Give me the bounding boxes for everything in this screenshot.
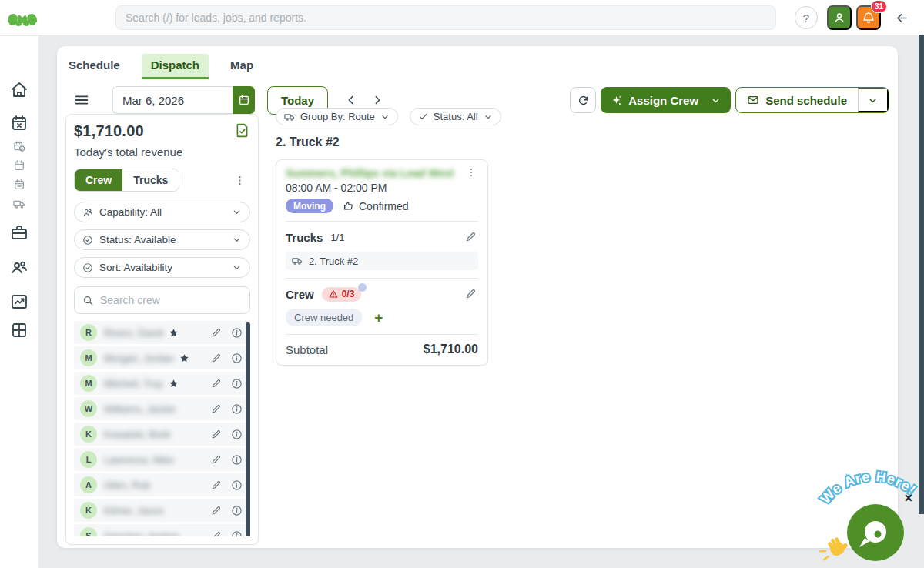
list-item[interactable]: W Williams, Jackie: [74, 397, 250, 420]
crew-count: 0/3: [342, 289, 355, 299]
help-button[interactable]: ?: [795, 6, 818, 29]
report-document-icon[interactable]: [234, 122, 250, 139]
add-crew-button[interactable]: +: [374, 310, 383, 325]
next-day-button[interactable]: [368, 91, 387, 109]
list-item[interactable]: M Mitchell, Troy: [74, 372, 250, 395]
edit-icon[interactable]: [209, 478, 223, 493]
crew-name: Morgan, Jordan: [104, 352, 174, 364]
assigned-truck-item[interactable]: 2. Truck #2: [286, 252, 478, 270]
trucks-section-label: Trucks: [286, 231, 323, 244]
status-all-label: Status: All: [434, 111, 478, 122]
account-button[interactable]: [827, 5, 852, 30]
check-icon: [418, 112, 428, 122]
group-by-filter[interactable]: Group By: Route: [276, 108, 398, 125]
avatar: K: [80, 502, 97, 519]
job-name-link[interactable]: Summers, Phillips via Lead West: [286, 167, 454, 179]
info-icon[interactable]: [229, 326, 244, 340]
crew-name: Lawrence, Mike: [104, 454, 174, 466]
list-item[interactable]: K Kilmer, Jason: [74, 499, 250, 522]
info-icon[interactable]: [229, 503, 244, 518]
edit-icon[interactable]: [209, 402, 223, 416]
calendar-picker-button[interactable]: [233, 86, 255, 114]
crew-search[interactable]: [74, 286, 250, 314]
prev-day-button[interactable]: [342, 91, 360, 109]
global-search-input[interactable]: [126, 12, 766, 24]
list-item[interactable]: K Kowalski, Brett: [74, 423, 250, 446]
crew-toggle-button[interactable]: Crew: [75, 169, 122, 191]
brand-logo-icon[interactable]: [6, 7, 38, 28]
status-filter[interactable]: Status: Available: [74, 229, 250, 250]
info-icon[interactable]: [229, 402, 244, 416]
calendar-minus-icon[interactable]: [13, 179, 25, 191]
subtotal-label: Subtotal: [286, 343, 328, 356]
edit-icon[interactable]: [463, 286, 478, 302]
notification-badge: 31: [871, 0, 887, 13]
edit-icon[interactable]: [209, 376, 223, 391]
send-schedule-more-button[interactable]: [858, 88, 889, 112]
tab-dispatch[interactable]: Dispatch: [142, 54, 209, 79]
trucks-toggle-button[interactable]: Trucks: [122, 169, 179, 191]
send-schedule-button[interactable]: Send schedule: [736, 88, 858, 112]
menu-hamburger-icon[interactable]: [73, 92, 90, 109]
list-scrollbar[interactable]: [246, 322, 250, 536]
sort-filter-label: Sort: Availability: [99, 262, 226, 273]
calendar-clock-icon[interactable]: [13, 140, 25, 152]
edit-icon[interactable]: [209, 529, 223, 537]
check-circle-icon: [82, 262, 93, 273]
date-field[interactable]: [112, 86, 233, 114]
chat-launcher-icon[interactable]: [847, 504, 904, 561]
list-item[interactable]: M Morgan, Jordan: [74, 346, 250, 369]
edit-icon[interactable]: [463, 229, 478, 245]
page-scrollbar[interactable]: [919, 35, 924, 514]
list-item[interactable]: S Sanchez, Andres: [74, 524, 250, 536]
chevron-down-icon: [868, 95, 878, 105]
info-icon[interactable]: [229, 478, 244, 493]
job-type-badge: Moving: [286, 199, 333, 213]
home-icon[interactable]: [10, 81, 28, 99]
status-all-filter[interactable]: Status: All: [410, 108, 501, 125]
chat-widget[interactable]: We Are Here!: [793, 460, 924, 568]
calendar-icon: [238, 94, 250, 106]
edit-icon[interactable]: [209, 326, 223, 340]
calendar-x-icon[interactable]: [10, 114, 28, 132]
panel-more-menu-icon[interactable]: [229, 173, 250, 188]
edit-icon[interactable]: [209, 351, 223, 366]
sort-filter[interactable]: Sort: Availability: [74, 257, 250, 278]
back-arrow-icon[interactable]: [895, 11, 909, 25]
star-icon: [169, 379, 179, 389]
info-icon[interactable]: [229, 453, 244, 467]
edit-icon[interactable]: [209, 453, 223, 467]
list-item[interactable]: R Rivers, David: [74, 321, 250, 344]
send-schedule-label: Send schedule: [765, 94, 847, 107]
list-item[interactable]: A Allen, Rob: [74, 473, 250, 496]
apps-grid-icon[interactable]: [10, 321, 28, 339]
sparkle-icon: [611, 95, 622, 106]
crew-search-input[interactable]: [100, 294, 242, 306]
edit-icon[interactable]: [209, 427, 223, 442]
info-icon[interactable]: [229, 376, 244, 391]
truck-icon[interactable]: [13, 198, 25, 210]
capability-filter[interactable]: Capability: All: [74, 202, 250, 222]
revenue-caption: Today's total revenue: [74, 145, 250, 159]
list-item[interactable]: L Lawrence, Mike: [74, 448, 250, 471]
reports-chart-icon[interactable]: [10, 292, 28, 311]
info-icon[interactable]: [229, 427, 244, 442]
job-card[interactable]: Summers, Phillips via Lead West 08:00 AM…: [276, 159, 488, 366]
users-icon[interactable]: [10, 258, 28, 276]
calendar-icon[interactable]: [13, 159, 25, 172]
crew-name: Kilmer, Jason: [104, 505, 164, 516]
job-more-menu-icon[interactable]: [464, 167, 478, 178]
refresh-button[interactable]: [570, 87, 596, 113]
refresh-icon: [577, 94, 590, 107]
chat-close-icon[interactable]: ✕: [904, 492, 913, 504]
info-icon[interactable]: [229, 351, 244, 366]
info-icon[interactable]: [229, 529, 244, 537]
dispatch-page: Schedule Dispatch Map Today Assign Crew: [57, 46, 898, 548]
edit-icon[interactable]: [209, 503, 223, 518]
tab-map[interactable]: Map: [229, 54, 255, 79]
briefcase-icon[interactable]: [10, 223, 28, 242]
crew-section-label: Crew: [286, 288, 314, 301]
global-search[interactable]: [116, 5, 776, 30]
assign-crew-button[interactable]: Assign Crew: [601, 87, 731, 113]
tab-schedule[interactable]: Schedule: [67, 54, 122, 79]
